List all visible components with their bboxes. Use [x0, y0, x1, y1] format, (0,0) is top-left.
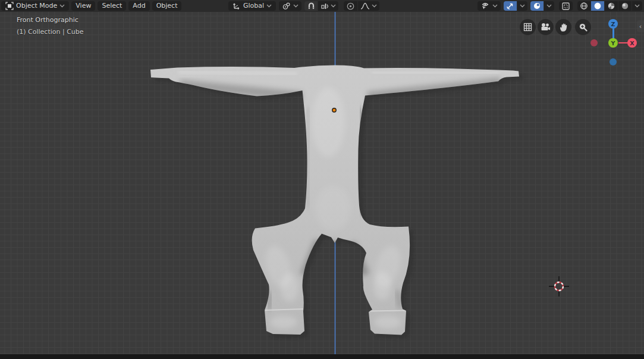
bottom-strip	[0, 354, 644, 359]
collapse-arrow: ‹	[639, 23, 642, 30]
snap-magnet-icon	[307, 2, 315, 10]
pivot-point-icon	[282, 2, 291, 11]
menu-select[interactable]: Select	[98, 1, 126, 11]
viewport-header: Object Mode View Select Add Object Globa…	[0, 0, 644, 13]
shading-solid-icon	[593, 2, 602, 10]
camera-icon	[541, 23, 551, 32]
sidebar-collapse-tab[interactable]: ‹	[637, 20, 644, 32]
gizmo-group	[504, 1, 527, 11]
transform-orientation-icon	[233, 2, 241, 10]
menu-view[interactable]: View	[71, 1, 95, 11]
snap-target-selector[interactable]	[318, 1, 338, 11]
xray-toggle-icon	[561, 2, 570, 11]
zoom-icon	[579, 23, 588, 32]
gizmo-toggle-icon	[506, 2, 514, 10]
mode-label: Object Mode	[16, 1, 57, 11]
gizmo-x-line	[618, 42, 628, 44]
shading-solid[interactable]	[591, 1, 604, 11]
proportional-editing-toggle[interactable]	[344, 1, 357, 11]
zoom-view-button[interactable]	[575, 19, 591, 35]
transform-orientation-selector[interactable]: Global	[228, 1, 276, 11]
overlays-toggle-icon	[533, 2, 541, 10]
gizmo-y-ball[interactable]: Y	[608, 38, 618, 48]
scene-canvas	[0, 12, 644, 354]
shading-rendered[interactable]	[618, 1, 632, 11]
overlays-toggle[interactable]	[530, 1, 544, 11]
chevron-down-icon	[293, 4, 299, 8]
overlays-group	[530, 1, 554, 11]
chevron-down-icon	[492, 4, 498, 8]
overlays-dropdown[interactable]	[544, 1, 554, 11]
proportional-edit-group	[344, 1, 379, 11]
gizmo-dropdown[interactable]	[517, 1, 527, 11]
falloff-curve-icon	[360, 2, 370, 10]
pan-view-button[interactable]	[555, 19, 571, 35]
gizmo-z-line	[612, 28, 614, 39]
shading-wireframe[interactable]	[577, 1, 590, 11]
breadcrumb: (1) Collection | Cube	[17, 28, 84, 36]
chevron-down-icon	[266, 4, 272, 8]
shading-wireframe-icon	[580, 2, 588, 10]
snap-group	[304, 1, 338, 11]
3d-cursor	[549, 276, 569, 296]
gizmo-x-ball[interactable]: X	[627, 38, 637, 48]
chevron-down-icon	[546, 4, 552, 8]
chevron-down-icon	[59, 4, 65, 8]
chevron-down-icon	[520, 4, 525, 8]
gizmo-z-ball[interactable]: Z	[608, 19, 618, 29]
falloff-selector[interactable]	[358, 1, 379, 11]
chevron-down-icon	[372, 4, 377, 8]
xray-toggle[interactable]	[559, 1, 573, 11]
3d-viewport[interactable]: Front Orthographic (1) Collection | Cube	[0, 12, 644, 354]
visibility-filter[interactable]	[477, 1, 501, 11]
gizmo-neg-x-ball[interactable]	[590, 39, 598, 46]
menu-add[interactable]: Add	[128, 1, 149, 11]
grid-icon	[523, 23, 532, 32]
proportional-editing-icon	[346, 2, 355, 11]
shading-mode-group	[577, 1, 642, 11]
blender-window: Object Mode View Select Add Object Globa…	[0, 0, 644, 359]
pivot-point-selector[interactable]	[279, 1, 301, 11]
gizmo-neg-z-ball[interactable]	[610, 58, 617, 65]
snap-target-icon	[321, 2, 329, 10]
snap-toggle[interactable]	[304, 1, 318, 11]
shading-material[interactable]	[605, 1, 618, 11]
chevron-down-icon	[331, 4, 336, 8]
shading-material-icon	[607, 2, 615, 10]
shading-rendered-icon	[621, 2, 629, 10]
menu-object[interactable]: Object	[152, 1, 182, 11]
shading-dropdown[interactable]	[632, 1, 642, 11]
object-origin-dot	[332, 108, 336, 112]
visibility-filter-icon	[480, 2, 490, 10]
object-mode-icon	[5, 2, 14, 10]
grid-ortho-button[interactable]	[520, 19, 536, 35]
view-label: Front Orthographic	[17, 16, 78, 24]
gizmo-toggle[interactable]	[504, 1, 517, 11]
pan-hand-icon	[559, 23, 568, 32]
mode-selector[interactable]: Object Mode	[1, 1, 69, 11]
camera-view-button[interactable]	[538, 19, 554, 35]
chevron-down-icon	[634, 4, 640, 8]
orientation-label: Global	[243, 1, 264, 11]
